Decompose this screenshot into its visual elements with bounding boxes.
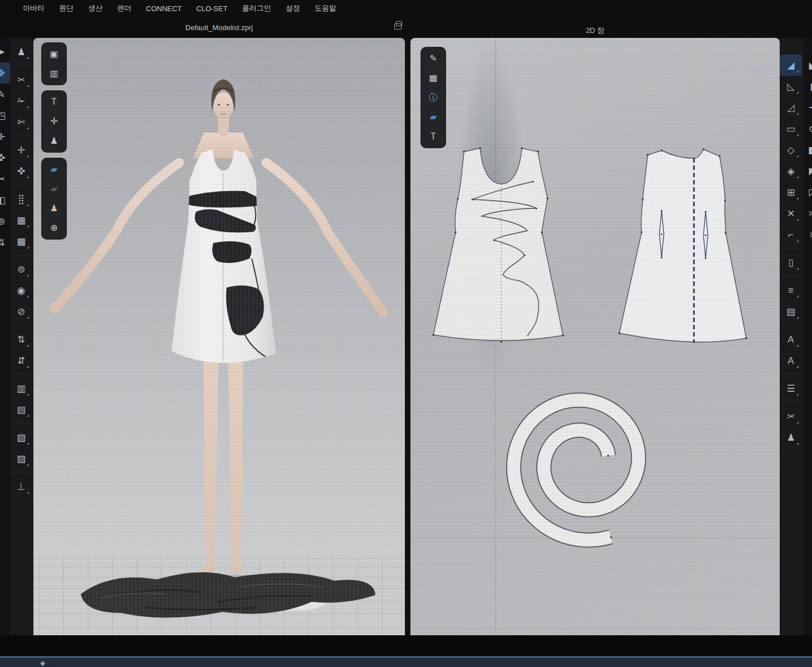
tool-zipper-strip-tool[interactable]: ⇅ [0, 232, 10, 253]
tool-clip-fold-tool[interactable]: ◧ [804, 139, 812, 160]
render-mode-group: ▣▥ [41, 42, 67, 85]
pin-edit-icon: ✛ [17, 145, 25, 155]
menu-render[interactable]: 렌더 [111, 1, 138, 16]
tool-texture-paint[interactable]: ▩ [10, 231, 32, 252]
tape-measure-icon: ▤ [786, 307, 795, 317]
tool-fabric-roll-c[interactable]: ▧ [10, 427, 32, 448]
menu-fabric[interactable]: 원단 [53, 1, 80, 16]
v3d-render-mode-garment[interactable]: ▥ [45, 65, 63, 82]
tool-clip-select-tool[interactable]: ◤ [804, 160, 812, 182]
tool-edit-pattern[interactable]: ◺ [780, 76, 802, 97]
v3d-render-mode-solid[interactable]: ▣ [45, 45, 63, 63]
tool-fabric-roll-d[interactable]: ▨ [10, 448, 32, 469]
pattern-piece-spiral-band[interactable] [513, 400, 638, 540]
tool-notch-cut[interactable]: ✕ [780, 203, 802, 224]
tool-clip-pin-tool[interactable]: ✛ [804, 97, 812, 118]
3d-scene-canvas[interactable] [33, 38, 405, 635]
clip-edit-tool-icon: ◸ [809, 188, 812, 197]
fabric-view-blue-icon: ▰ [51, 165, 57, 174]
taskbar-app-icon[interactable]: ◈ [40, 660, 45, 666]
tool-fabric-roll-b[interactable]: ▤ [10, 399, 32, 420]
show-group: T✛♟ [41, 90, 67, 153]
v3d-arrangement-pins[interactable]: ✛ [45, 113, 63, 130]
tool-text-insert[interactable]: A [780, 350, 802, 371]
tool-pleats[interactable]: ☰ [780, 378, 802, 399]
menu-settings[interactable]: 설정 [280, 1, 306, 16]
tool-select-tool[interactable]: ➤ [0, 41, 10, 62]
pattern-piece-back[interactable] [618, 148, 747, 343]
v3d-fabric-view-dark[interactable]: ▰ [45, 180, 63, 198]
viewport2d-overlay-tools: ✎▦ⓘ▰T [420, 47, 446, 148]
menu-avatar[interactable]: 아바타 [17, 1, 51, 16]
menu-connect[interactable]: CONNECT [140, 2, 188, 15]
tool-fold-tool[interactable]: ◧ [0, 189, 10, 211]
tool-pin-tool[interactable]: ✛ [0, 126, 10, 147]
2d-pattern-canvas[interactable] [410, 38, 780, 635]
tool-dart[interactable]: ◇ [780, 139, 802, 160]
v2d-texture-shirt[interactable]: ▦ [424, 69, 443, 87]
tool-shred-fabric[interactable]: ⣿ [10, 188, 32, 210]
tool-clip-zoom-tool[interactable]: ⊙ [804, 118, 812, 139]
tool-fit-garment[interactable]: ♟ [780, 427, 802, 448]
tool-sew-2d[interactable]: ✂ [780, 406, 802, 427]
tool-avatar-pose[interactable]: ♟ [10, 41, 32, 62]
restore-window-icon[interactable] [394, 23, 402, 30]
tool-button-edit[interactable]: ◉ [10, 280, 32, 301]
v2d-sewing-pen[interactable]: ✎ [424, 50, 443, 67]
tool-text-edit[interactable]: A [780, 329, 802, 350]
v3d-show-garment[interactable]: T [45, 93, 63, 111]
display-group: ▰▰♟⊕ [41, 158, 67, 240]
tool-sew-edit[interactable]: ✂ [10, 69, 32, 90]
tool-transform-pattern[interactable]: ◢ [780, 55, 802, 76]
tool-tack-tool[interactable]: ✜ [0, 147, 10, 168]
tool-pen-3d-tool[interactable]: ✎ [0, 84, 10, 105]
tool-clamp[interactable]: ⊥ [10, 476, 32, 497]
tool-trace-pattern[interactable]: ⌐ [780, 224, 802, 245]
text-edit-icon: A [787, 335, 794, 344]
v3d-fabric-view-blue[interactable]: ▰ [45, 160, 63, 178]
v3d-avatar-skin[interactable]: ♟ [45, 199, 63, 217]
menu-clo-set[interactable]: CLO-SET [190, 2, 233, 15]
tool-button-strip-tool[interactable]: ⊚ [0, 211, 10, 232]
tool-sew-free[interactable]: ✄ [10, 111, 32, 133]
tool-clip-sew-tool[interactable]: ✂ [804, 203, 812, 224]
v2d-pattern-info[interactable]: ⓘ [424, 89, 443, 106]
fabric-view-dark-icon: ▰ [51, 184, 57, 193]
tool-sew-segment[interactable]: ✁ [10, 90, 32, 111]
tool-rectangle-pattern[interactable]: ▭ [780, 118, 802, 139]
button-strip-tool-icon: ⊚ [0, 217, 5, 226]
v3d-show-environment[interactable]: ⊕ [45, 219, 63, 237]
garment-dress[interactable] [172, 149, 276, 363]
tool-pin-box[interactable]: ✜ [10, 160, 32, 182]
tool-pin-edit[interactable]: ✛ [10, 139, 32, 160]
tool-measure-edit[interactable]: ≡ [780, 280, 802, 301]
tool-clip-edit-tool[interactable]: ◸ [804, 182, 812, 203]
tool-buttonhole-lock[interactable]: ⊘ [10, 301, 32, 322]
tool-clip-measure-tool[interactable]: ≡ [804, 224, 812, 245]
viewport-3d[interactable]: ▣▥ T✛♟ ▰▰♟⊕ [33, 38, 405, 635]
tool-button-place[interactable]: ⊚ [10, 259, 32, 280]
tool-fabric-roll-a[interactable]: ▥ [10, 378, 32, 399]
tool-steam-iron-tool[interactable]: ◳ [0, 105, 10, 126]
tool-tape-measure[interactable]: ▤ [780, 301, 802, 322]
v2d-pattern-shirt[interactable]: T [424, 128, 443, 145]
menu-plugin[interactable]: 플러그인 [236, 1, 277, 16]
tool-clone-pattern[interactable]: ⊞ [780, 182, 802, 203]
tool-move-gizmo-tool[interactable]: ✥ [0, 62, 10, 84]
tool-sewing-tool[interactable]: ✂ [0, 168, 10, 189]
viewport-divider[interactable] [405, 38, 410, 635]
menu-help[interactable]: 도움말 [309, 1, 343, 16]
menu-production[interactable]: 생산 [82, 1, 109, 16]
tool-dart-dots[interactable]: ◈ [780, 160, 802, 182]
v3d-show-avatar[interactable]: ♟ [45, 132, 63, 150]
tool-edit-curvature[interactable]: ◿ [780, 97, 802, 118]
tool-texture-edit[interactable]: ▦ [10, 210, 32, 231]
tool-zipper-place[interactable]: ⇅ [10, 329, 32, 350]
tool-seam-tape[interactable]: ▯ [780, 252, 802, 273]
tool-zipper-edit[interactable]: ⇵ [10, 350, 32, 371]
tool-clip-garment-tool[interactable]: ▮ [804, 76, 812, 97]
v2d-fabric-blue[interactable]: ▰ [424, 108, 443, 126]
tool-clip-arrange-tool[interactable]: ◣ [804, 55, 812, 76]
viewport-2d[interactable]: ✎▦ⓘ▰T [410, 38, 780, 635]
viewport2d-header: 2D 창 [410, 17, 780, 38]
